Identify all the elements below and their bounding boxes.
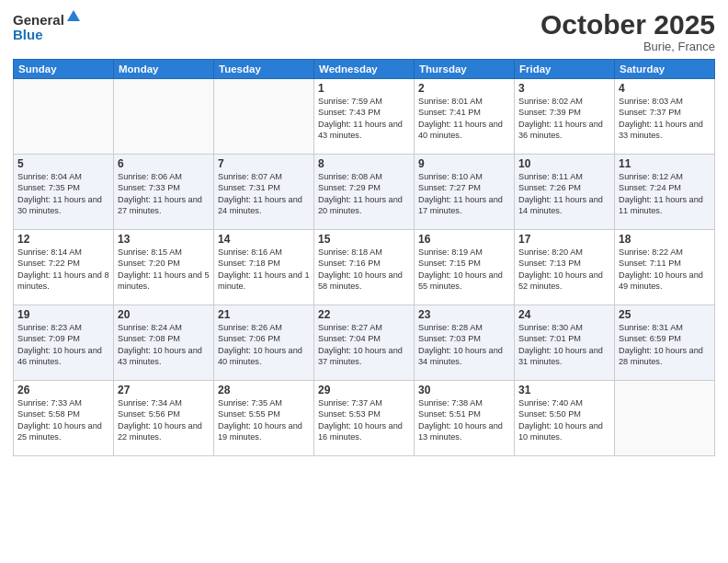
header-monday: Monday [114, 60, 214, 79]
day-number: 27 [118, 384, 210, 396]
month-title: October 2025 [540, 9, 715, 40]
day-info: Sunrise: 8:12 AM Sunset: 7:24 PM Dayligh… [619, 171, 711, 217]
day-info: Sunrise: 8:20 AM Sunset: 7:13 PM Dayligh… [518, 247, 610, 293]
table-row [14, 79, 114, 155]
table-row: 3Sunrise: 8:02 AM Sunset: 7:39 PM Daylig… [515, 79, 615, 155]
day-info: Sunrise: 8:03 AM Sunset: 7:37 PM Dayligh… [619, 96, 711, 142]
day-info: Sunrise: 8:16 AM Sunset: 7:18 PM Dayligh… [218, 247, 310, 293]
day-info: Sunrise: 7:37 AM Sunset: 5:53 PM Dayligh… [318, 397, 410, 443]
day-info: Sunrise: 7:38 AM Sunset: 5:51 PM Dayligh… [418, 397, 510, 443]
header-wednesday: Wednesday [314, 60, 415, 79]
logo-general: General [13, 13, 64, 27]
day-number: 8 [318, 157, 410, 170]
day-info: Sunrise: 7:35 AM Sunset: 5:55 PM Dayligh… [218, 397, 310, 443]
day-number: 25 [619, 308, 711, 321]
day-info: Sunrise: 8:11 AM Sunset: 7:26 PM Dayligh… [518, 171, 610, 217]
table-row: 28Sunrise: 7:35 AM Sunset: 5:55 PM Dayli… [214, 381, 314, 456]
header-tuesday: Tuesday [214, 60, 314, 79]
day-info: Sunrise: 7:40 AM Sunset: 5:50 PM Dayligh… [518, 397, 610, 443]
table-row: 24Sunrise: 8:30 AM Sunset: 7:01 PM Dayli… [515, 305, 615, 381]
day-number: 29 [318, 384, 410, 396]
day-info: Sunrise: 8:07 AM Sunset: 7:31 PM Dayligh… [218, 171, 310, 217]
day-number: 1 [318, 82, 410, 95]
header-saturday: Saturday [615, 60, 715, 79]
day-info: Sunrise: 8:24 AM Sunset: 7:08 PM Dayligh… [118, 322, 210, 368]
day-number: 13 [118, 233, 210, 246]
svg-marker-0 [67, 10, 80, 21]
day-number: 12 [17, 233, 109, 246]
table-row: 16Sunrise: 8:19 AM Sunset: 7:15 PM Dayli… [415, 230, 515, 305]
table-row: 31Sunrise: 7:40 AM Sunset: 5:50 PM Dayli… [515, 381, 615, 456]
table-row: 21Sunrise: 8:26 AM Sunset: 7:06 PM Dayli… [214, 305, 314, 381]
day-number: 26 [17, 384, 109, 396]
calendar-week-row: 1Sunrise: 7:59 AM Sunset: 7:43 PM Daylig… [14, 79, 715, 155]
table-row [114, 79, 214, 155]
day-info: Sunrise: 8:14 AM Sunset: 7:22 PM Dayligh… [17, 247, 109, 293]
day-info: Sunrise: 8:26 AM Sunset: 7:06 PM Dayligh… [218, 322, 310, 368]
day-info: Sunrise: 8:23 AM Sunset: 7:09 PM Dayligh… [17, 322, 109, 368]
day-number: 2 [418, 82, 510, 95]
location: Burie, France [540, 40, 715, 53]
table-row: 26Sunrise: 7:33 AM Sunset: 5:58 PM Dayli… [14, 381, 114, 456]
table-row [214, 79, 314, 155]
day-number: 15 [318, 233, 410, 246]
table-row: 4Sunrise: 8:03 AM Sunset: 7:37 PM Daylig… [615, 79, 715, 155]
title-block: October 2025 Burie, France [540, 9, 715, 53]
calendar-week-row: 19Sunrise: 8:23 AM Sunset: 7:09 PM Dayli… [14, 305, 715, 381]
table-row: 17Sunrise: 8:20 AM Sunset: 7:13 PM Dayli… [515, 230, 615, 305]
table-row: 23Sunrise: 8:28 AM Sunset: 7:03 PM Dayli… [415, 305, 515, 381]
table-row: 15Sunrise: 8:18 AM Sunset: 7:16 PM Dayli… [314, 230, 415, 305]
day-number: 23 [418, 308, 510, 321]
day-info: Sunrise: 8:10 AM Sunset: 7:27 PM Dayligh… [418, 171, 510, 217]
day-info: Sunrise: 8:28 AM Sunset: 7:03 PM Dayligh… [418, 322, 510, 368]
day-info: Sunrise: 8:15 AM Sunset: 7:20 PM Dayligh… [118, 247, 210, 293]
table-row [615, 381, 715, 456]
day-number: 5 [17, 157, 109, 170]
day-info: Sunrise: 7:33 AM Sunset: 5:58 PM Dayligh… [17, 397, 109, 443]
day-number: 20 [118, 308, 210, 321]
day-info: Sunrise: 7:59 AM Sunset: 7:43 PM Dayligh… [318, 96, 410, 142]
calendar-week-row: 12Sunrise: 8:14 AM Sunset: 7:22 PM Dayli… [14, 230, 715, 305]
day-number: 4 [619, 82, 711, 95]
calendar-week-row: 5Sunrise: 8:04 AM Sunset: 7:35 PM Daylig… [14, 155, 715, 230]
day-number: 7 [218, 157, 310, 170]
day-info: Sunrise: 8:22 AM Sunset: 7:11 PM Dayligh… [619, 247, 711, 293]
table-row: 30Sunrise: 7:38 AM Sunset: 5:51 PM Dayli… [415, 381, 515, 456]
day-number: 11 [619, 157, 711, 170]
table-row: 13Sunrise: 8:15 AM Sunset: 7:20 PM Dayli… [114, 230, 214, 305]
header-friday: Friday [515, 60, 615, 79]
table-row: 10Sunrise: 8:11 AM Sunset: 7:26 PM Dayli… [515, 155, 615, 230]
day-number: 22 [318, 308, 410, 321]
calendar-table: Sunday Monday Tuesday Wednesday Thursday… [13, 59, 715, 456]
day-info: Sunrise: 8:19 AM Sunset: 7:15 PM Dayligh… [418, 247, 510, 293]
logo: General Blue [13, 13, 82, 43]
table-row: 18Sunrise: 8:22 AM Sunset: 7:11 PM Dayli… [615, 230, 715, 305]
header-sunday: Sunday [14, 60, 114, 79]
table-row: 27Sunrise: 7:34 AM Sunset: 5:56 PM Dayli… [114, 381, 214, 456]
day-number: 14 [218, 233, 310, 246]
day-number: 28 [218, 384, 310, 396]
table-row: 22Sunrise: 8:27 AM Sunset: 7:04 PM Dayli… [314, 305, 415, 381]
day-info: Sunrise: 8:27 AM Sunset: 7:04 PM Dayligh… [318, 322, 410, 368]
table-row: 12Sunrise: 8:14 AM Sunset: 7:22 PM Dayli… [14, 230, 114, 305]
header-thursday: Thursday [415, 60, 515, 79]
table-row: 29Sunrise: 7:37 AM Sunset: 5:53 PM Dayli… [314, 381, 415, 456]
table-row: 7Sunrise: 8:07 AM Sunset: 7:31 PM Daylig… [214, 155, 314, 230]
day-number: 18 [619, 233, 711, 246]
header: General Blue October 2025 Burie, France [13, 9, 715, 53]
day-info: Sunrise: 8:01 AM Sunset: 7:41 PM Dayligh… [418, 96, 510, 142]
day-number: 31 [518, 384, 610, 396]
table-row: 1Sunrise: 7:59 AM Sunset: 7:43 PM Daylig… [314, 79, 415, 155]
table-row: 2Sunrise: 8:01 AM Sunset: 7:41 PM Daylig… [415, 79, 515, 155]
day-info: Sunrise: 8:04 AM Sunset: 7:35 PM Dayligh… [17, 171, 109, 217]
day-number: 9 [418, 157, 510, 170]
table-row: 5Sunrise: 8:04 AM Sunset: 7:35 PM Daylig… [14, 155, 114, 230]
table-row: 14Sunrise: 8:16 AM Sunset: 7:18 PM Dayli… [214, 230, 314, 305]
calendar-header-row: Sunday Monday Tuesday Wednesday Thursday… [14, 60, 715, 79]
day-number: 17 [518, 233, 610, 246]
page: General Blue October 2025 Burie, France … [0, 0, 728, 563]
table-row: 9Sunrise: 8:10 AM Sunset: 7:27 PM Daylig… [415, 155, 515, 230]
calendar-week-row: 26Sunrise: 7:33 AM Sunset: 5:58 PM Dayli… [14, 381, 715, 456]
day-info: Sunrise: 8:08 AM Sunset: 7:29 PM Dayligh… [318, 171, 410, 217]
day-number: 3 [518, 82, 610, 95]
